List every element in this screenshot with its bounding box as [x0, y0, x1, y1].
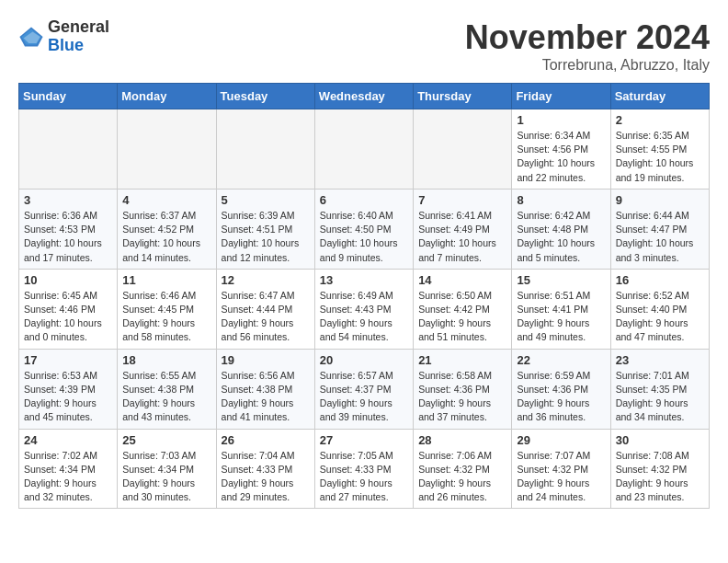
header-thursday: Thursday — [414, 84, 512, 109]
day-info: Sunrise: 6:39 AMSunset: 4:51 PMDaylight:… — [222, 209, 310, 265]
day-info: Sunrise: 6:40 AMSunset: 4:50 PMDaylight:… — [320, 209, 408, 265]
month-title: November 2024 — [465, 18, 710, 57]
calendar-week-2: 3Sunrise: 6:36 AMSunset: 4:53 PMDaylight… — [19, 189, 710, 269]
calendar-day: 15Sunrise: 6:51 AMSunset: 4:41 PMDayligh… — [512, 269, 610, 349]
day-info: Sunrise: 6:55 AMSunset: 4:38 PMDaylight:… — [122, 369, 210, 425]
calendar-week-5: 24Sunrise: 7:02 AMSunset: 4:34 PMDayligh… — [19, 429, 710, 509]
day-info: Sunrise: 7:06 AMSunset: 4:32 PMDaylight:… — [418, 449, 506, 505]
day-info: Sunrise: 7:08 AMSunset: 4:32 PMDaylight:… — [616, 449, 704, 505]
day-number: 11 — [122, 273, 210, 287]
day-info: Sunrise: 6:34 AMSunset: 4:56 PMDaylight:… — [517, 129, 605, 185]
day-info: Sunrise: 6:37 AMSunset: 4:52 PMDaylight:… — [122, 209, 210, 265]
day-info: Sunrise: 6:47 AMSunset: 4:44 PMDaylight:… — [222, 289, 310, 345]
header-wednesday: Wednesday — [314, 84, 413, 109]
calendar-day: 7Sunrise: 6:41 AMSunset: 4:49 PMDaylight… — [414, 189, 512, 269]
calendar-day: 12Sunrise: 6:47 AMSunset: 4:44 PMDayligh… — [216, 269, 314, 349]
calendar-day: 8Sunrise: 6:42 AMSunset: 4:48 PMDaylight… — [512, 189, 610, 269]
day-info: Sunrise: 6:51 AMSunset: 4:41 PMDaylight:… — [517, 289, 605, 345]
calendar-header-row: SundayMondayTuesdayWednesdayThursdayFrid… — [19, 84, 710, 109]
header-friday: Friday — [512, 84, 610, 109]
calendar-day: 3Sunrise: 6:36 AMSunset: 4:53 PMDaylight… — [19, 189, 118, 269]
calendar-day: 13Sunrise: 6:49 AMSunset: 4:43 PMDayligh… — [314, 269, 413, 349]
day-number: 29 — [517, 433, 605, 447]
calendar-day: 1Sunrise: 6:34 AMSunset: 4:56 PMDaylight… — [512, 109, 610, 190]
day-number: 9 — [616, 193, 704, 207]
day-number: 27 — [320, 433, 408, 447]
day-number: 20 — [320, 353, 408, 367]
day-number: 26 — [222, 433, 310, 447]
day-info: Sunrise: 6:42 AMSunset: 4:48 PMDaylight:… — [517, 209, 605, 265]
day-number: 17 — [24, 353, 112, 367]
calendar-day: 24Sunrise: 7:02 AMSunset: 4:34 PMDayligh… — [19, 429, 118, 509]
day-info: Sunrise: 6:57 AMSunset: 4:37 PMDaylight:… — [320, 369, 408, 425]
calendar-day: 27Sunrise: 7:05 AMSunset: 4:33 PMDayligh… — [314, 429, 413, 509]
day-number: 2 — [616, 113, 704, 127]
calendar-day: 21Sunrise: 6:58 AMSunset: 4:36 PMDayligh… — [414, 349, 512, 429]
calendar-day: 14Sunrise: 6:50 AMSunset: 4:42 PMDayligh… — [414, 269, 512, 349]
day-info: Sunrise: 6:35 AMSunset: 4:55 PMDaylight:… — [616, 129, 704, 185]
calendar-day: 19Sunrise: 6:56 AMSunset: 4:38 PMDayligh… — [216, 349, 314, 429]
day-number: 18 — [122, 353, 210, 367]
calendar-day — [314, 109, 413, 190]
day-number: 8 — [517, 193, 605, 207]
day-number: 4 — [122, 193, 210, 207]
calendar-week-4: 17Sunrise: 6:53 AMSunset: 4:39 PMDayligh… — [19, 349, 710, 429]
day-info: Sunrise: 6:52 AMSunset: 4:40 PMDaylight:… — [616, 289, 704, 345]
day-number: 1 — [517, 113, 605, 127]
calendar-day: 23Sunrise: 7:01 AMSunset: 4:35 PMDayligh… — [610, 349, 709, 429]
day-number: 15 — [517, 273, 605, 287]
header-sunday: Sunday — [19, 84, 118, 109]
day-number: 5 — [222, 193, 310, 207]
calendar-day: 10Sunrise: 6:45 AMSunset: 4:46 PMDayligh… — [19, 269, 118, 349]
day-number: 16 — [616, 273, 704, 287]
day-info: Sunrise: 7:05 AMSunset: 4:33 PMDaylight:… — [320, 449, 408, 505]
calendar-day — [414, 109, 512, 190]
day-number: 25 — [122, 433, 210, 447]
calendar-week-3: 10Sunrise: 6:45 AMSunset: 4:46 PMDayligh… — [19, 269, 710, 349]
calendar-day — [216, 109, 314, 190]
day-number: 19 — [222, 353, 310, 367]
calendar-day — [19, 109, 118, 190]
calendar-day — [118, 109, 216, 190]
day-number: 14 — [418, 273, 506, 287]
calendar-day: 17Sunrise: 6:53 AMSunset: 4:39 PMDayligh… — [19, 349, 118, 429]
header-monday: Monday — [118, 84, 216, 109]
day-number: 30 — [616, 433, 704, 447]
calendar-day: 6Sunrise: 6:40 AMSunset: 4:50 PMDaylight… — [314, 189, 413, 269]
title-block: November 2024 Torrebruna, Abruzzo, Italy — [465, 18, 710, 74]
calendar-day: 22Sunrise: 6:59 AMSunset: 4:36 PMDayligh… — [512, 349, 610, 429]
calendar-day: 20Sunrise: 6:57 AMSunset: 4:37 PMDayligh… — [314, 349, 413, 429]
day-info: Sunrise: 6:36 AMSunset: 4:53 PMDaylight:… — [24, 209, 112, 265]
day-number: 6 — [320, 193, 408, 207]
calendar-day: 5Sunrise: 6:39 AMSunset: 4:51 PMDaylight… — [216, 189, 314, 269]
calendar-day: 26Sunrise: 7:04 AMSunset: 4:33 PMDayligh… — [216, 429, 314, 509]
day-info: Sunrise: 6:53 AMSunset: 4:39 PMDaylight:… — [24, 369, 112, 425]
calendar-day: 25Sunrise: 7:03 AMSunset: 4:34 PMDayligh… — [118, 429, 216, 509]
day-number: 24 — [24, 433, 112, 447]
day-info: Sunrise: 7:02 AMSunset: 4:34 PMDaylight:… — [24, 449, 112, 505]
calendar-day: 29Sunrise: 7:07 AMSunset: 4:32 PMDayligh… — [512, 429, 610, 509]
day-number: 22 — [517, 353, 605, 367]
day-number: 3 — [24, 193, 112, 207]
day-info: Sunrise: 6:44 AMSunset: 4:47 PMDaylight:… — [616, 209, 704, 265]
day-number: 13 — [320, 273, 408, 287]
day-info: Sunrise: 6:58 AMSunset: 4:36 PMDaylight:… — [418, 369, 506, 425]
day-info: Sunrise: 7:01 AMSunset: 4:35 PMDaylight:… — [616, 369, 704, 425]
logo-blue: Blue — [48, 36, 84, 54]
day-info: Sunrise: 6:49 AMSunset: 4:43 PMDaylight:… — [320, 289, 408, 345]
day-number: 28 — [418, 433, 506, 447]
location: Torrebruna, Abruzzo, Italy — [465, 57, 710, 74]
day-info: Sunrise: 6:45 AMSunset: 4:46 PMDaylight:… — [24, 289, 112, 345]
day-number: 10 — [24, 273, 112, 287]
calendar-day: 2Sunrise: 6:35 AMSunset: 4:55 PMDaylight… — [610, 109, 709, 190]
header-tuesday: Tuesday — [216, 84, 314, 109]
logo: General Blue — [18, 18, 109, 55]
calendar-day: 11Sunrise: 6:46 AMSunset: 4:45 PMDayligh… — [118, 269, 216, 349]
calendar-day: 30Sunrise: 7:08 AMSunset: 4:32 PMDayligh… — [610, 429, 709, 509]
logo-icon — [18, 24, 44, 50]
day-info: Sunrise: 7:03 AMSunset: 4:34 PMDaylight:… — [122, 449, 210, 505]
calendar-week-1: 1Sunrise: 6:34 AMSunset: 4:56 PMDaylight… — [19, 109, 710, 190]
day-info: Sunrise: 7:07 AMSunset: 4:32 PMDaylight:… — [517, 449, 605, 505]
logo-text: General Blue — [48, 18, 109, 55]
day-number: 12 — [222, 273, 310, 287]
